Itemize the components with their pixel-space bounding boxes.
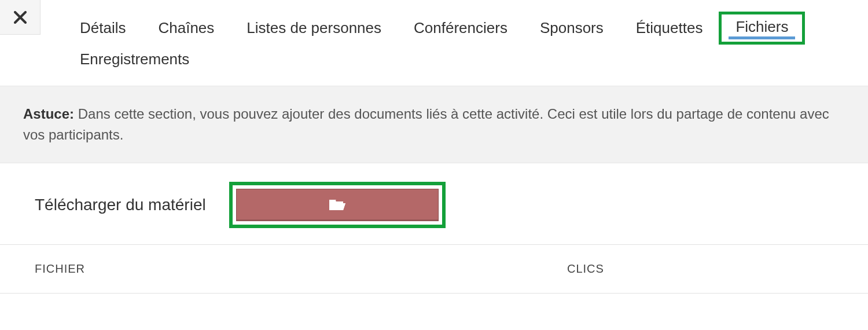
column-header-clicks: CLICS	[567, 262, 833, 276]
upload-row: Télécharger du matériel	[0, 163, 868, 245]
tip-prefix: Astuce:	[23, 106, 74, 122]
folder-open-icon	[328, 197, 347, 212]
tip-text: Dans cette section, vous pouvez ajouter …	[23, 106, 829, 142]
close-button[interactable]	[0, 0, 41, 35]
tab-chaines[interactable]: Chaînes	[142, 13, 230, 43]
tab-enregistrements[interactable]: Enregistrements	[64, 45, 205, 74]
tab-conferenciers[interactable]: Conférenciers	[398, 13, 524, 43]
upload-button[interactable]	[236, 189, 439, 221]
tab-fichiers[interactable]: Fichiers	[719, 12, 805, 45]
table-header: FICHIER CLICS	[0, 245, 868, 294]
tab-bar: Détails Chaînes Listes de personnes Conf…	[41, 0, 868, 86]
tab-listes-personnes[interactable]: Listes de personnes	[230, 13, 398, 43]
upload-label: Télécharger du matériel	[35, 196, 206, 214]
tip-section: Astuce: Dans cette section, vous pouvez …	[0, 86, 868, 163]
topbar: Détails Chaînes Listes de personnes Conf…	[0, 0, 868, 86]
tab-details[interactable]: Détails	[64, 13, 142, 43]
tab-sponsors[interactable]: Sponsors	[524, 13, 620, 43]
tab-etiquettes[interactable]: Étiquettes	[620, 13, 719, 43]
column-header-file: FICHIER	[35, 262, 567, 276]
close-icon	[14, 11, 27, 24]
upload-highlight	[229, 182, 446, 228]
